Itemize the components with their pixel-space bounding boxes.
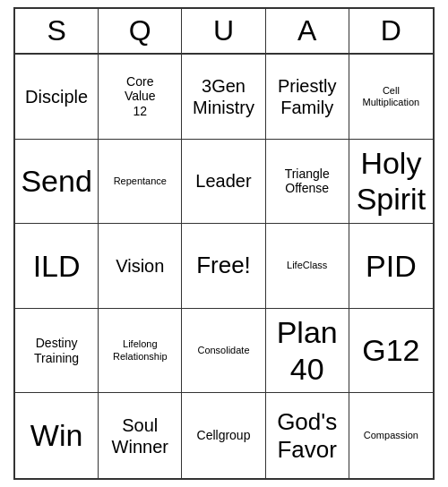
bingo-header: SQUAD bbox=[15, 9, 433, 55]
cell-text-5: Send bbox=[21, 163, 91, 200]
cell-text-18: Plan 40 bbox=[277, 314, 338, 388]
bingo-card: SQUAD DiscipleCore Value 123Gen Ministry… bbox=[13, 7, 435, 480]
cell-text-9: Holy Spirit bbox=[357, 145, 426, 218]
bingo-cell-3: Priestly Family bbox=[266, 55, 349, 140]
cell-text-0: Disciple bbox=[25, 86, 88, 107]
bingo-cell-5: Send bbox=[15, 140, 99, 225]
bingo-cell-24: Compassion bbox=[349, 393, 433, 478]
cell-text-22: Cellgroup bbox=[197, 428, 251, 443]
bingo-cell-2: 3Gen Ministry bbox=[182, 55, 265, 140]
cell-text-13: LifeClass bbox=[287, 260, 327, 271]
cell-text-11: Vision bbox=[116, 255, 164, 277]
cell-text-15: Destiny Training bbox=[34, 336, 79, 366]
cell-text-7: Leader bbox=[195, 170, 251, 192]
cell-text-16: Lifelong Relationship bbox=[113, 338, 168, 362]
bingo-cell-18: Plan 40 bbox=[266, 309, 349, 394]
cell-text-20: Win bbox=[30, 417, 83, 454]
bingo-cell-21: Soul Winner bbox=[99, 393, 182, 478]
cell-text-4: Cell Multiplication bbox=[363, 85, 420, 108]
bingo-cell-8: Triangle Offense bbox=[266, 140, 349, 225]
cell-text-3: Priestly Family bbox=[278, 75, 337, 118]
bingo-cell-19: G12 bbox=[349, 309, 433, 394]
bingo-cell-10: ILD bbox=[15, 224, 99, 309]
bingo-cell-7: Leader bbox=[182, 140, 265, 225]
bingo-cell-23: God's Favor bbox=[266, 393, 349, 478]
header-letter-d: D bbox=[349, 9, 433, 53]
bingo-cell-1: Core Value 12 bbox=[99, 55, 182, 140]
cell-text-23: God's Favor bbox=[277, 408, 337, 464]
cell-text-1: Core Value 12 bbox=[125, 74, 156, 119]
header-letter-s: S bbox=[15, 9, 99, 53]
bingo-cell-13: LifeClass bbox=[266, 224, 349, 309]
bingo-cell-4: Cell Multiplication bbox=[349, 55, 433, 140]
bingo-cell-6: Repentance bbox=[99, 140, 182, 225]
header-letter-a: A bbox=[266, 9, 349, 53]
bingo-cell-22: Cellgroup bbox=[182, 393, 265, 478]
header-letter-q: Q bbox=[99, 9, 182, 53]
bingo-cell-14: PID bbox=[349, 224, 433, 309]
bingo-cell-16: Lifelong Relationship bbox=[99, 309, 182, 394]
bingo-cell-9: Holy Spirit bbox=[349, 140, 433, 225]
cell-text-2: 3Gen Ministry bbox=[193, 75, 254, 118]
cell-text-17: Consolidate bbox=[197, 345, 249, 356]
bingo-cell-11: Vision bbox=[99, 224, 182, 309]
header-letter-u: U bbox=[182, 9, 265, 53]
cell-text-24: Compassion bbox=[364, 430, 418, 441]
bingo-cell-0: Disciple bbox=[15, 55, 99, 140]
bingo-cell-17: Consolidate bbox=[182, 309, 265, 394]
cell-text-6: Repentance bbox=[114, 175, 167, 187]
cell-text-14: PID bbox=[366, 248, 417, 285]
bingo-grid: DiscipleCore Value 123Gen MinistryPriest… bbox=[15, 55, 433, 478]
cell-text-19: G12 bbox=[362, 332, 419, 369]
cell-text-12: Free! bbox=[196, 252, 251, 279]
cell-text-10: ILD bbox=[33, 248, 81, 285]
cell-text-8: Triangle Offense bbox=[285, 167, 330, 197]
bingo-cell-15: Destiny Training bbox=[15, 309, 99, 394]
cell-text-21: Soul Winner bbox=[112, 414, 168, 457]
bingo-cell-20: Win bbox=[15, 393, 99, 478]
bingo-cell-12: Free! bbox=[182, 224, 265, 309]
